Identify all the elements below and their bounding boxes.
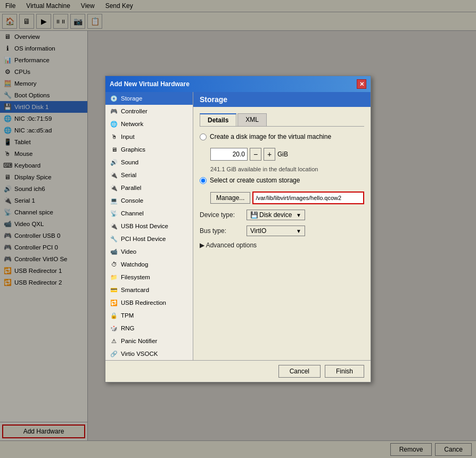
disk-size-input[interactable] [210,148,248,161]
modal-list-label-input: Input [121,134,135,140]
modal-list-item-graphics[interactable]: 🖥 Graphics [105,143,193,156]
modal-list-item-rng[interactable]: 🎲 RNG [105,322,193,335]
modal-list-label-storage: Storage [121,95,142,102]
radio-create-row: Create a disk image for the virtual mach… [200,133,364,140]
modal-list-label-channel: Channel [121,210,144,216]
vsock-list-icon: 🔗 [110,349,118,358]
radio-custom-storage[interactable] [200,177,207,184]
modal-list-item-console[interactable]: 💻 Console [105,194,193,207]
radio-custom-label[interactable]: Select or create custom storage [210,177,300,184]
advanced-label: ▶ Advanced options [200,242,257,249]
modal-list-label-pci-host: PCI Host Device [121,236,166,242]
storage-list-icon: 💿 [110,94,118,103]
modal-hardware-list: 💿 Storage 🎮 Controller 🌐 Network 🖱 Input [105,92,193,360]
modal-list-label-graphics: Graphics [121,146,145,153]
modal-list-item-filesystem[interactable]: 📁 Filesystem [105,271,193,284]
modal-list-label-watchdog: Watchdog [121,261,148,268]
usb-host-list-icon: 🔌 [110,222,118,230]
modal-list-item-input[interactable]: 🖱 Input [105,130,193,143]
radio-group: Create a disk image for the virtual mach… [200,133,364,204]
modal-list-item-smartcard[interactable]: 💳 Smartcard [105,284,193,296]
app-window: File Virtual Machine View Send Key 🏠 🖥 ▶… [0,0,476,458]
modal-list-label-network: Network [121,121,143,127]
modal-list-label-usb-host: USB Host Device [121,223,168,229]
modal-panel-title: Storage [193,92,371,107]
modal-list-label-sound: Sound [121,159,138,165]
channel-list-icon: 📡 [110,209,118,218]
modal-list-item-serial[interactable]: 🔌 Serial [105,169,193,181]
modal-list-item-parallel[interactable]: 🔌 Parallel [105,181,193,194]
modal-list-label-panic: Panic Notifier [121,338,157,344]
modal-title: Add New Virtual Hardware [110,80,190,88]
path-input[interactable] [252,191,364,204]
advanced-options-row[interactable]: ▶ Advanced options [200,242,364,249]
modal-finish-button[interactable]: Finish [325,365,364,378]
tab-xml[interactable]: XML [237,113,267,126]
bus-type-select[interactable]: VirtIO ▼ [247,226,305,236]
watchdog-list-icon: ⏱ [110,260,118,269]
disk-plus-button[interactable]: + [264,148,275,161]
tab-details[interactable]: Details [200,113,236,126]
device-icon: 💾 [250,211,258,219]
manage-button[interactable]: Manage... [210,192,250,204]
bus-type-label: Bus type: [200,227,242,235]
modal-list-label-usb-redir: USB Redirection [121,299,166,306]
radio-create-label[interactable]: Create a disk image for the virtual mach… [210,133,331,140]
modal-list-item-video[interactable]: 📹 Video [105,245,193,258]
usb-redir-list-icon: 🔁 [110,298,118,307]
device-type-row: Device type: 💾 Disk device ▼ [200,210,364,220]
radio-create-disk[interactable] [200,134,207,140]
device-type-value: Disk device [259,211,292,219]
modal-list-label-vsock: Virtio VSOCK [121,351,158,357]
sound-list-icon: 🔊 [110,158,118,166]
rng-list-icon: 🎲 [110,324,118,332]
modal-list-item-watchdog[interactable]: ⏱ Watchdog [105,258,193,271]
serial-list-icon: 🔌 [110,171,118,179]
bus-type-arrow-icon: ▼ [296,228,301,234]
panic-list-icon: ⚠ [110,337,118,345]
modal-footer: Cancel Finish [105,360,371,382]
modal-overlay: Add New Virtual Hardware ✕ 💿 Storage 🎮 C… [0,0,476,458]
avail-text: 241.1 GiB available in the default locat… [210,166,364,172]
modal-cancel-button[interactable]: Cancel [278,365,321,378]
device-type-label: Device type: [200,211,242,219]
pci-host-list-icon: 🔧 [110,235,118,243]
bus-type-row: Bus type: VirtIO ▼ [200,226,364,236]
network-list-icon: 🌐 [110,120,118,128]
device-type-select[interactable]: 💾 Disk device ▼ [247,210,305,220]
tab-bar: Details XML [200,113,364,127]
modal-list-item-storage[interactable]: 💿 Storage [105,92,193,105]
modal-list-label-console: Console [121,197,143,204]
video-list-icon: 📹 [110,247,118,256]
modal-list-item-panic[interactable]: ⚠ Panic Notifier [105,335,193,347]
input-list-icon: 🖱 [110,132,118,141]
disk-size-row: − + GiB [210,148,364,161]
disk-unit-label: GiB [277,151,288,158]
modal-list-item-sound[interactable]: 🔊 Sound [105,156,193,169]
modal-body: 💿 Storage 🎮 Controller 🌐 Network 🖱 Input [105,92,371,360]
modal-list-item-network[interactable]: 🌐 Network [105,118,193,130]
radio-custom-row: Select or create custom storage [200,177,364,184]
modal-list-item-tpm[interactable]: 🔒 TPM [105,309,193,322]
modal-close-button[interactable]: ✕ [357,79,366,89]
modal-list-item-pci-host[interactable]: 🔧 PCI Host Device [105,232,193,245]
disk-minus-button[interactable]: − [250,148,261,161]
modal-list-label-serial: Serial [121,172,136,178]
modal-list-item-controller[interactable]: 🎮 Controller [105,105,193,118]
modal-list-item-usb-redir[interactable]: 🔁 USB Redirection [105,296,193,309]
modal-list-label-video: Video [121,248,136,255]
console-list-icon: 💻 [110,196,118,205]
graphics-list-icon: 🖥 [110,145,118,154]
device-type-arrow-icon: ▼ [296,212,301,218]
modal-list-item-vsock[interactable]: 🔗 Virtio VSOCK [105,347,193,360]
tpm-list-icon: 🔒 [110,311,118,320]
modal-list-item-channel[interactable]: 📡 Channel [105,207,193,220]
modal-list-label-rng: RNG [121,325,135,331]
bus-type-value: VirtIO [250,227,266,235]
modal-panel: Storage Details XML Create a disk image … [193,92,371,360]
modal-list-item-usb-host[interactable]: 🔌 USB Host Device [105,220,193,232]
modal-list-label-parallel: Parallel [121,185,141,191]
filesystem-list-icon: 📁 [110,273,118,281]
modal-list-label-filesystem: Filesystem [121,274,150,280]
modal-titlebar: Add New Virtual Hardware ✕ [105,76,371,92]
